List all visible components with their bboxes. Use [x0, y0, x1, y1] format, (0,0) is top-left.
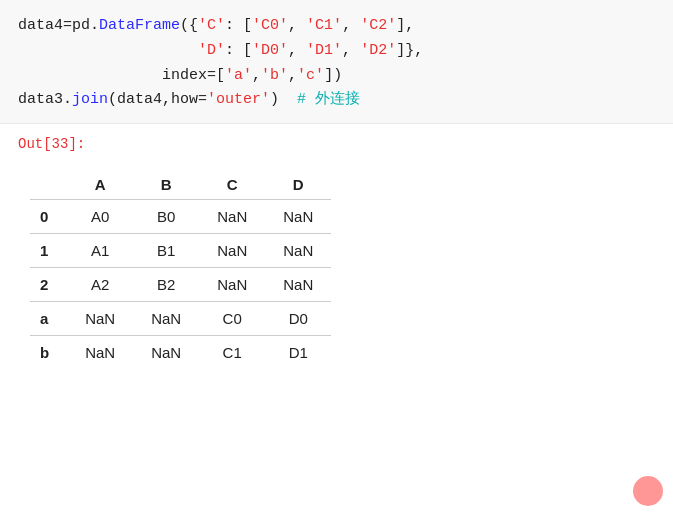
code-line-4: data3.join(data4,how='outer') # 外连接	[18, 88, 655, 113]
table-cell: B0	[133, 200, 199, 234]
table-cell: NaN	[265, 268, 331, 302]
col-header-d: D	[265, 170, 331, 200]
col-header-index	[30, 170, 67, 200]
table-container: A B C D 0A0B0NaNNaN1A1B1NaNNaN2A2B2NaNNa…	[0, 158, 673, 389]
table-cell: C0	[199, 302, 265, 336]
table-header-row: A B C D	[30, 170, 331, 200]
table-cell: NaN	[199, 234, 265, 268]
table-row-index: 0	[30, 200, 67, 234]
code-block: data4=pd.DataFrame({'C': ['C0', 'C1', 'C…	[0, 0, 673, 124]
col-header-c: C	[199, 170, 265, 200]
corner-decoration	[633, 476, 663, 506]
table-body: 0A0B0NaNNaN1A1B1NaNNaN2A2B2NaNNaNaNaNNaN…	[30, 200, 331, 370]
table-row-index: 1	[30, 234, 67, 268]
table-cell: NaN	[133, 336, 199, 370]
code-line-2: 'D': ['D0', 'D1', 'D2']},	[18, 39, 655, 64]
table-cell: A2	[67, 268, 133, 302]
table-row-index: 2	[30, 268, 67, 302]
output-label: Out[33]:	[0, 124, 673, 158]
table-cell: D1	[265, 336, 331, 370]
table-row: 0A0B0NaNNaN	[30, 200, 331, 234]
table-row: 1A1B1NaNNaN	[30, 234, 331, 268]
table-row: 2A2B2NaNNaN	[30, 268, 331, 302]
data-table: A B C D 0A0B0NaNNaN1A1B1NaNNaN2A2B2NaNNa…	[30, 170, 331, 369]
table-cell: C1	[199, 336, 265, 370]
table-row: bNaNNaNC1D1	[30, 336, 331, 370]
table-cell: NaN	[199, 200, 265, 234]
table-cell: A1	[67, 234, 133, 268]
code-line-1: data4=pd.DataFrame({'C': ['C0', 'C1', 'C…	[18, 14, 655, 39]
table-cell: A0	[67, 200, 133, 234]
col-header-a: A	[67, 170, 133, 200]
code-line-3: index=['a','b','c'])	[18, 64, 655, 89]
table-cell: NaN	[199, 268, 265, 302]
table-cell: NaN	[67, 336, 133, 370]
table-cell: NaN	[265, 234, 331, 268]
table-cell: B2	[133, 268, 199, 302]
col-header-b: B	[133, 170, 199, 200]
table-cell: NaN	[133, 302, 199, 336]
table-cell: D0	[265, 302, 331, 336]
table-row-index: b	[30, 336, 67, 370]
table-row-index: a	[30, 302, 67, 336]
table-cell: B1	[133, 234, 199, 268]
table-row: aNaNNaNC0D0	[30, 302, 331, 336]
table-cell: NaN	[265, 200, 331, 234]
table-cell: NaN	[67, 302, 133, 336]
